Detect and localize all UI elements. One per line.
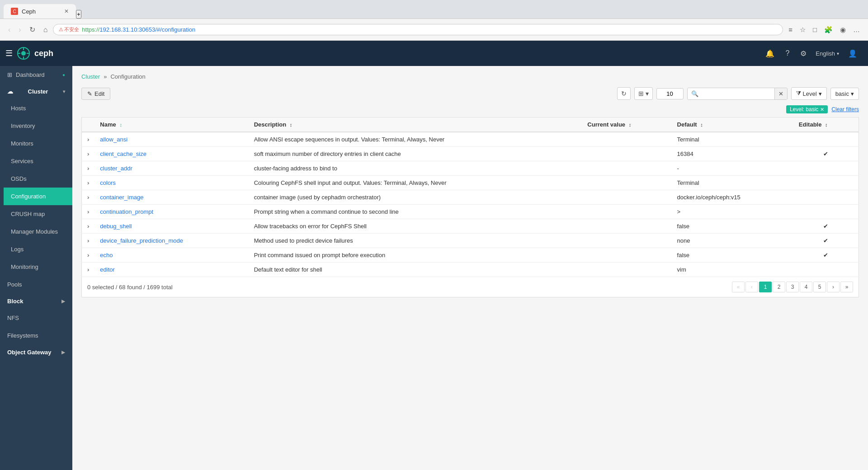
- default-column-header[interactable]: Default ↕: [672, 118, 793, 132]
- sidebar-item-configuration[interactable]: Configuration: [4, 188, 72, 205]
- sidebar-item-monitoring[interactable]: Monitoring: [4, 258, 72, 276]
- main-topbar: 🔔 ? ⚙ English ▾ 👤: [72, 41, 868, 66]
- search-clear-button[interactable]: ✕: [774, 88, 787, 99]
- tab-close-button[interactable]: ✕: [64, 8, 69, 14]
- row-default-6: false: [672, 219, 793, 234]
- sidebar-object-gateway-section[interactable]: Object Gateway ▶: [0, 344, 72, 360]
- table-body: › allow_ansi Allow ANSI escape sequences…: [82, 132, 859, 277]
- language-dropdown-arrow: ▾: [837, 51, 839, 56]
- per-page-input[interactable]: [656, 88, 684, 99]
- editable-sort-icon: ↕: [825, 122, 828, 127]
- edit-button[interactable]: ✎ Edit: [81, 88, 110, 100]
- table-header-row: Name ↕ Description ↕ Current value ↕ D: [82, 118, 859, 132]
- row-expand-5[interactable]: ›: [82, 205, 95, 219]
- row-editable-6: ✔: [793, 219, 859, 234]
- clear-filters-button[interactable]: Clear filters: [831, 106, 859, 113]
- hamburger-menu-button[interactable]: ☰: [5, 48, 13, 58]
- row-current-value-7: [582, 234, 671, 248]
- row-current-value-5: [582, 205, 671, 219]
- sidebar-item-pools[interactable]: Pools: [0, 276, 72, 293]
- sidebar-item-crush-map[interactable]: CRUSH map: [4, 205, 72, 223]
- current-value-column-header[interactable]: Current value ↕: [582, 118, 671, 132]
- back-button[interactable]: ‹: [5, 24, 13, 36]
- search-container: 🔍 ✕: [687, 88, 788, 100]
- row-editable-4: [793, 190, 859, 205]
- row-expand-2[interactable]: ›: [82, 161, 95, 176]
- prev-page-button[interactable]: ‹: [745, 282, 758, 292]
- profile-button[interactable]: ◉: [837, 24, 849, 36]
- row-editable-9: [793, 263, 859, 277]
- row-expand-9[interactable]: ›: [82, 263, 95, 277]
- refresh-button[interactable]: ↻: [617, 87, 631, 100]
- sidebar-cluster-section[interactable]: ☁ Cluster ▾: [0, 84, 72, 99]
- row-default-1: 16384: [672, 147, 793, 161]
- sidebar-item-nfs[interactable]: NFS: [0, 309, 72, 327]
- filter-level-button[interactable]: ⧩ Level ▾: [791, 87, 827, 100]
- sidebar-item-dashboard[interactable]: ⊞ Dashboard ●: [0, 66, 72, 84]
- browser-tabs: C Ceph ✕ +: [4, 0, 81, 19]
- home-button[interactable]: ⌂: [41, 24, 51, 36]
- language-selector[interactable]: English ▾: [816, 50, 839, 57]
- sidebar-item-services[interactable]: Services: [4, 152, 72, 170]
- row-editable-0: [793, 132, 859, 147]
- edit-icon: ✎: [87, 90, 92, 97]
- sidebar-item-osds[interactable]: OSDs: [4, 170, 72, 188]
- filter-tags-row: Level: basic ✕ Clear filters: [81, 103, 859, 117]
- description-header-label: Description: [254, 121, 287, 128]
- row-editable-1: ✔: [793, 147, 859, 161]
- filter-tag-remove-button[interactable]: ✕: [820, 107, 824, 113]
- row-expand-7[interactable]: ›: [82, 234, 95, 248]
- bookmark-button[interactable]: ☆: [797, 24, 808, 36]
- row-expand-1[interactable]: ›: [82, 147, 95, 161]
- new-tab-button[interactable]: +: [76, 10, 81, 19]
- table-row: › echo Print command issued on prompt be…: [82, 248, 859, 263]
- page-4-button[interactable]: 4: [800, 282, 812, 292]
- settings-gear-icon[interactable]: ⚙: [798, 47, 808, 60]
- first-page-button[interactable]: «: [732, 282, 745, 292]
- row-name-7: device_failure_prediction_mode: [94, 234, 248, 248]
- current-value-header-label: Current value: [587, 121, 625, 128]
- browser-chrome: C Ceph ✕ +: [0, 0, 868, 19]
- sidebar-item-manager-modules[interactable]: Manager Modules: [4, 223, 72, 240]
- breadcrumb-cluster-link[interactable]: Cluster: [81, 73, 100, 80]
- notification-bell-icon[interactable]: 🔔: [764, 47, 776, 60]
- page-5-button[interactable]: 5: [813, 282, 826, 292]
- sidebar-item-logs[interactable]: Logs: [4, 240, 72, 258]
- sidebar-block-section[interactable]: Block ▶: [0, 293, 72, 309]
- browser-tab[interactable]: C Ceph ✕: [4, 4, 76, 19]
- row-expand-8[interactable]: ›: [82, 248, 95, 263]
- basic-filter-button[interactable]: basic ▾: [830, 88, 859, 100]
- extensions-button[interactable]: 🧩: [821, 24, 835, 36]
- row-expand-0[interactable]: ›: [82, 132, 95, 147]
- page-3-button[interactable]: 3: [786, 282, 799, 292]
- osds-label: OSDs: [11, 175, 27, 182]
- user-icon[interactable]: 👤: [846, 47, 859, 60]
- row-expand-6[interactable]: ›: [82, 219, 95, 234]
- next-page-button[interactable]: ›: [827, 282, 840, 292]
- row-current-value-1: [582, 147, 671, 161]
- description-column-header[interactable]: Description ↕: [249, 118, 582, 132]
- sidebar-item-monitors[interactable]: Monitors: [4, 135, 72, 152]
- level-basic-filter-tag[interactable]: Level: basic ✕: [786, 105, 828, 113]
- collections-button[interactable]: □: [810, 24, 820, 35]
- sidebar-item-inventory[interactable]: Inventory: [4, 117, 72, 135]
- page-1-button[interactable]: 1: [759, 282, 772, 292]
- sidebar-item-hosts[interactable]: Hosts: [4, 99, 72, 117]
- reload-button[interactable]: ↻: [27, 24, 38, 36]
- forward-button[interactable]: ›: [16, 24, 24, 36]
- columns-button[interactable]: ⊞ ▾: [634, 87, 653, 100]
- row-expand-4[interactable]: ›: [82, 190, 95, 205]
- page-2-button[interactable]: 2: [773, 282, 785, 292]
- last-page-button[interactable]: »: [840, 282, 853, 292]
- address-bar[interactable]: ⚠ 不安全 https://192.168.31.10:30653/#/conf…: [53, 24, 783, 35]
- settings-more-button[interactable]: …: [850, 24, 863, 35]
- help-icon[interactable]: ?: [783, 47, 791, 59]
- row-expand-3[interactable]: ›: [82, 176, 95, 190]
- search-input[interactable]: [702, 88, 774, 99]
- reader-mode-button[interactable]: ≡: [786, 24, 795, 35]
- editable-column-header[interactable]: Editable ↕: [793, 118, 859, 132]
- sidebar-item-filesystems[interactable]: Filesystems: [0, 327, 72, 344]
- name-column-header[interactable]: Name ↕: [94, 118, 248, 132]
- hosts-label: Hosts: [11, 105, 26, 112]
- filter-level-arrow: ▾: [819, 90, 822, 97]
